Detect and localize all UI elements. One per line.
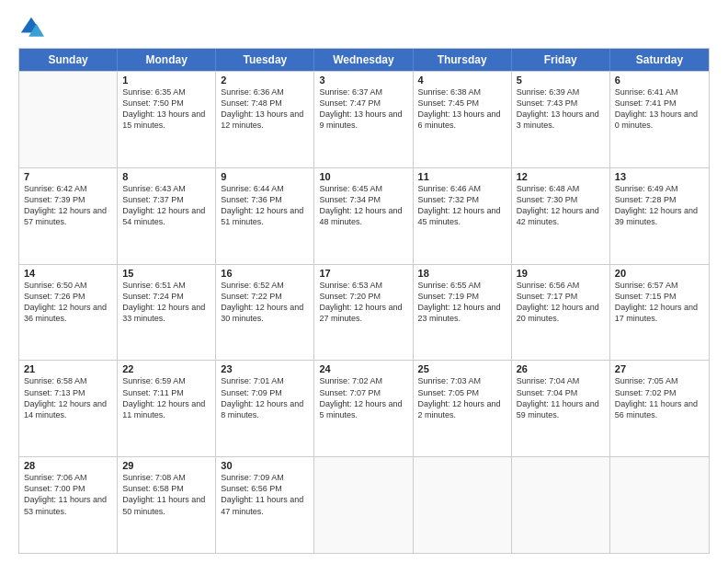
day-number: 4 — [418, 75, 506, 86]
day-number: 27 — [615, 363, 704, 374]
empty-cell-4-6 — [610, 457, 709, 553]
day-number: 21 — [24, 363, 112, 374]
day-header-friday: Friday — [512, 49, 610, 71]
day-number: 17 — [319, 268, 407, 279]
day-number: 2 — [221, 75, 309, 86]
day-info: Sunrise: 7:05 AMSunset: 7:02 PMDaylight:… — [615, 375, 704, 420]
day-number: 19 — [517, 268, 605, 279]
day-cell-10: 10Sunrise: 6:45 AMSunset: 7:34 PMDayligh… — [314, 168, 413, 264]
calendar-body: 1Sunrise: 6:35 AMSunset: 7:50 PMDaylight… — [19, 71, 709, 553]
day-info: Sunrise: 7:04 AMSunset: 7:04 PMDaylight:… — [517, 375, 605, 420]
day-info: Sunrise: 7:03 AMSunset: 7:05 PMDaylight:… — [418, 375, 506, 420]
day-cell-8: 8Sunrise: 6:43 AMSunset: 7:37 PMDaylight… — [118, 168, 216, 264]
day-cell-17: 17Sunrise: 6:53 AMSunset: 7:20 PMDayligh… — [314, 265, 413, 361]
logo — [18, 15, 48, 40]
day-cell-16: 16Sunrise: 6:52 AMSunset: 7:22 PMDayligh… — [216, 265, 314, 361]
day-number: 22 — [122, 363, 210, 374]
day-number: 28 — [24, 460, 112, 471]
day-info: Sunrise: 6:35 AMSunset: 7:50 PMDaylight:… — [122, 86, 210, 132]
day-number: 12 — [517, 171, 605, 182]
empty-cell-4-5 — [512, 457, 610, 553]
day-cell-7: 7Sunrise: 6:42 AMSunset: 7:39 PMDaylight… — [19, 168, 118, 264]
day-number: 29 — [122, 460, 210, 471]
day-info: Sunrise: 6:53 AMSunset: 7:20 PMDaylight:… — [319, 280, 407, 325]
day-number: 23 — [221, 363, 309, 374]
day-number: 30 — [221, 460, 309, 471]
week-row-5: 28Sunrise: 7:06 AMSunset: 7:00 PMDayligh… — [19, 456, 709, 553]
empty-cell-4-3 — [314, 457, 413, 553]
day-cell-29: 29Sunrise: 7:08 AMSunset: 6:58 PMDayligh… — [118, 457, 216, 553]
day-number: 14 — [24, 268, 112, 279]
day-cell-2: 2Sunrise: 6:36 AMSunset: 7:48 PMDaylight… — [216, 72, 314, 167]
day-info: Sunrise: 6:39 AMSunset: 7:43 PMDaylight:… — [517, 86, 605, 132]
day-cell-18: 18Sunrise: 6:55 AMSunset: 7:19 PMDayligh… — [414, 265, 512, 361]
day-cell-21: 21Sunrise: 6:58 AMSunset: 7:13 PMDayligh… — [19, 361, 118, 456]
day-number: 10 — [319, 171, 407, 182]
day-number: 24 — [319, 363, 407, 374]
day-cell-4: 4Sunrise: 6:38 AMSunset: 7:45 PMDaylight… — [414, 72, 512, 167]
day-cell-3: 3Sunrise: 6:37 AMSunset: 7:47 PMDaylight… — [314, 72, 413, 167]
day-number: 13 — [615, 171, 704, 182]
day-number: 20 — [615, 268, 704, 279]
day-number: 16 — [221, 268, 309, 279]
day-info: Sunrise: 6:49 AMSunset: 7:28 PMDaylight:… — [615, 183, 704, 228]
day-info: Sunrise: 6:58 AMSunset: 7:13 PMDaylight:… — [24, 375, 112, 420]
day-cell-5: 5Sunrise: 6:39 AMSunset: 7:43 PMDaylight… — [512, 72, 610, 167]
calendar: SundayMondayTuesdayWednesdayThursdayFrid… — [18, 48, 710, 554]
day-cell-22: 22Sunrise: 6:59 AMSunset: 7:11 PMDayligh… — [118, 361, 216, 456]
calendar-header: SundayMondayTuesdayWednesdayThursdayFrid… — [19, 49, 709, 71]
day-cell-19: 19Sunrise: 6:56 AMSunset: 7:17 PMDayligh… — [512, 265, 610, 361]
week-row-4: 21Sunrise: 6:58 AMSunset: 7:13 PMDayligh… — [19, 360, 709, 456]
day-header-saturday: Saturday — [610, 49, 709, 71]
day-cell-24: 24Sunrise: 7:02 AMSunset: 7:07 PMDayligh… — [314, 361, 413, 456]
day-number: 8 — [122, 171, 210, 182]
day-number: 26 — [517, 363, 605, 374]
day-cell-20: 20Sunrise: 6:57 AMSunset: 7:15 PMDayligh… — [610, 265, 709, 361]
empty-cell-0-0 — [19, 72, 118, 167]
day-number: 6 — [615, 75, 704, 86]
day-number: 15 — [122, 268, 210, 279]
day-info: Sunrise: 6:43 AMSunset: 7:37 PMDaylight:… — [122, 183, 210, 228]
day-info: Sunrise: 6:37 AMSunset: 7:47 PMDaylight:… — [319, 86, 407, 132]
day-info: Sunrise: 7:02 AMSunset: 7:07 PMDaylight:… — [319, 375, 407, 420]
day-header-wednesday: Wednesday — [314, 49, 413, 71]
day-cell-30: 30Sunrise: 7:09 AMSunset: 6:56 PMDayligh… — [216, 457, 314, 553]
day-number: 9 — [221, 171, 309, 182]
day-number: 7 — [24, 171, 112, 182]
day-header-monday: Monday — [118, 49, 216, 71]
day-info: Sunrise: 6:45 AMSunset: 7:34 PMDaylight:… — [319, 183, 407, 228]
day-info: Sunrise: 6:52 AMSunset: 7:22 PMDaylight:… — [221, 280, 309, 325]
day-info: Sunrise: 6:50 AMSunset: 7:26 PMDaylight:… — [24, 280, 112, 325]
day-cell-15: 15Sunrise: 6:51 AMSunset: 7:24 PMDayligh… — [118, 265, 216, 361]
day-info: Sunrise: 6:46 AMSunset: 7:32 PMDaylight:… — [418, 183, 506, 228]
day-cell-25: 25Sunrise: 7:03 AMSunset: 7:05 PMDayligh… — [414, 361, 512, 456]
day-cell-27: 27Sunrise: 7:05 AMSunset: 7:02 PMDayligh… — [610, 361, 709, 456]
day-number: 1 — [122, 75, 210, 86]
day-info: Sunrise: 7:09 AMSunset: 6:56 PMDaylight:… — [221, 472, 309, 517]
day-number: 18 — [418, 268, 506, 279]
header — [18, 15, 710, 40]
day-header-tuesday: Tuesday — [216, 49, 314, 71]
empty-cell-4-4 — [414, 457, 512, 553]
logo-icon — [18, 15, 44, 40]
day-cell-28: 28Sunrise: 7:06 AMSunset: 7:00 PMDayligh… — [19, 457, 118, 553]
day-cell-1: 1Sunrise: 6:35 AMSunset: 7:50 PMDaylight… — [118, 72, 216, 167]
day-info: Sunrise: 7:06 AMSunset: 7:00 PMDaylight:… — [24, 472, 112, 517]
day-number: 11 — [418, 171, 506, 182]
week-row-3: 14Sunrise: 6:50 AMSunset: 7:26 PMDayligh… — [19, 264, 709, 361]
day-number: 5 — [517, 75, 605, 86]
day-info: Sunrise: 6:36 AMSunset: 7:48 PMDaylight:… — [221, 86, 309, 132]
week-row-2: 7Sunrise: 6:42 AMSunset: 7:39 PMDaylight… — [19, 167, 709, 264]
day-cell-11: 11Sunrise: 6:46 AMSunset: 7:32 PMDayligh… — [414, 168, 512, 264]
day-cell-26: 26Sunrise: 7:04 AMSunset: 7:04 PMDayligh… — [512, 361, 610, 456]
day-info: Sunrise: 6:48 AMSunset: 7:30 PMDaylight:… — [517, 183, 605, 228]
day-cell-9: 9Sunrise: 6:44 AMSunset: 7:36 PMDaylight… — [216, 168, 314, 264]
day-info: Sunrise: 6:42 AMSunset: 7:39 PMDaylight:… — [24, 183, 112, 228]
day-number: 25 — [418, 363, 506, 374]
page: SundayMondayTuesdayWednesdayThursdayFrid… — [0, 0, 728, 563]
day-cell-6: 6Sunrise: 6:41 AMSunset: 7:41 PMDaylight… — [610, 72, 709, 167]
week-row-1: 1Sunrise: 6:35 AMSunset: 7:50 PMDaylight… — [19, 71, 709, 167]
day-info: Sunrise: 6:56 AMSunset: 7:17 PMDaylight:… — [517, 280, 605, 325]
day-info: Sunrise: 7:08 AMSunset: 6:58 PMDaylight:… — [122, 472, 210, 517]
day-info: Sunrise: 6:51 AMSunset: 7:24 PMDaylight:… — [122, 280, 210, 325]
